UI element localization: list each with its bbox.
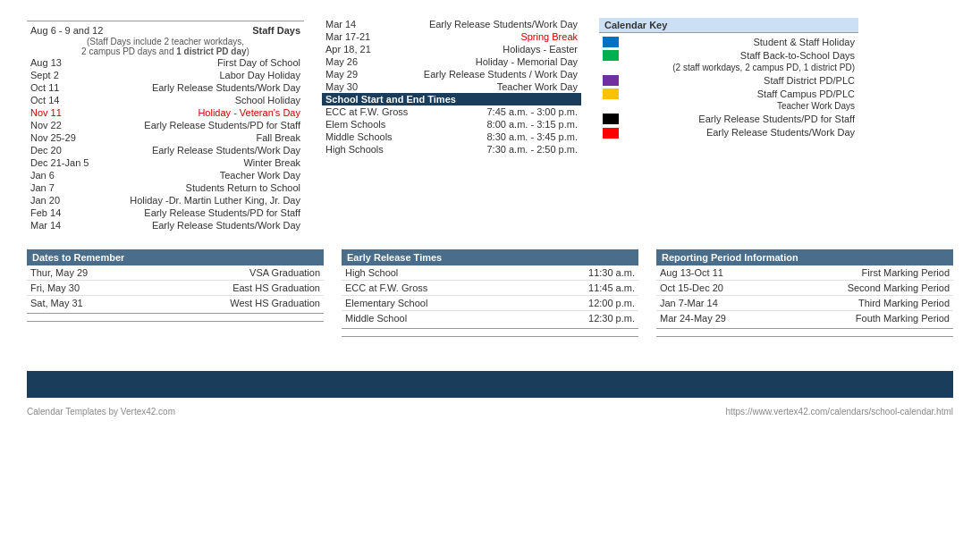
early-row: High School11:30 a.m.	[342, 265, 638, 281]
footer-text: Calendar Templates by Vertex42.com https…	[0, 402, 980, 421]
left-cal-event: Early Release Students/Work Day	[113, 81, 304, 94]
left-cal-row: Aug 13First Day of School	[27, 56, 304, 69]
mid-cal-event: Spring Break	[415, 30, 581, 43]
key-row: Student & Staff Holiday	[599, 35, 858, 48]
key-label: Student & Staff Holiday	[622, 35, 858, 48]
left-cal-event: Early Release Students/PD for Staff	[113, 206, 304, 219]
left-cal-row: 2 campus PD days and 1 district PD day)	[27, 46, 304, 56]
early-release-box: Early Release Times High School11:30 a.m…	[342, 249, 638, 340]
left-cal-row: Mar 14Early Release Students/Work Day	[27, 219, 304, 232]
key-row: Staff District PD/PLC	[599, 73, 858, 87]
early-time: 11:45 a.m.	[528, 281, 638, 296]
left-cal-event: Holiday -Dr. Martin Luther King, Jr. Day	[113, 194, 304, 206]
school-time-row: ECC at F.W. Gross7:45 a.m. - 3:00 p.m.	[322, 105, 581, 118]
reporting-label: Second Marking Period	[775, 281, 953, 296]
left-cal-row: Sept 2Labor Day Holiday	[27, 69, 304, 81]
key-color-cell	[599, 100, 622, 112]
mid-cal-date: Apr 18, 21	[322, 43, 415, 55]
key-color-box	[603, 114, 619, 124]
key-label: Staff District PD/PLC	[622, 73, 858, 87]
left-cal-date: Nov 22	[27, 119, 113, 131]
mid-calendar: Mar 14Early Release Students/Work DayMar…	[322, 18, 581, 232]
left-cal-event: School Holiday	[113, 94, 304, 106]
key-color-box	[603, 88, 619, 99]
dates-row: Sat, May 31West HS Graduation	[27, 296, 324, 311]
mid-cal-row: Apr 18, 21Holidays - Easter	[322, 43, 581, 55]
early-time: 12:00 p.m.	[528, 296, 638, 311]
left-cal-row: Jan 7Students Return to School	[27, 181, 304, 194]
school-time-row: High Schools7:30 a.m. - 2:50 p.m.	[322, 143, 581, 156]
left-cal-row: Feb 14Early Release Students/PD for Staf…	[27, 206, 304, 219]
left-cal-date: Oct 11	[27, 81, 113, 94]
mid-cal-row: Mar 14Early Release Students/Work Day	[322, 18, 581, 30]
key-color-box	[603, 75, 619, 86]
left-cal-event: Early Release Students/PD for Staff	[113, 119, 304, 131]
calendar-key-header: Calendar Key	[599, 18, 858, 33]
footer-bar	[27, 371, 953, 398]
calendar-key: Calendar Key Student & Staff HolidayStaf…	[599, 18, 858, 232]
left-cal-row: Jan 6Teacher Work Day	[27, 169, 304, 181]
key-label: Staff Campus PD/PLC	[622, 87, 858, 100]
bottom-section: Dates to Remember Thur, May 29VSA Gradua…	[27, 249, 953, 340]
left-cal-event: Labor Day Holiday	[113, 69, 304, 81]
left-cal-row: Oct 14School Holiday	[27, 94, 304, 106]
left-cal-event: Teacher Work Day	[113, 169, 304, 181]
key-label: Teacher Work Days	[622, 100, 858, 112]
key-label: (2 staff workdays, 2 campus PD, 1 distri…	[622, 62, 858, 73]
school-time-row: Elem Schools8:00 a.m. - 3:15 p.m.	[322, 118, 581, 131]
footer-left: Calendar Templates by Vertex42.com	[27, 407, 175, 417]
top-section: Aug 6 - 9 and 12Staff Days(Staff Days in…	[27, 18, 953, 232]
dates-date: Sat, May 31	[27, 296, 146, 311]
left-cal-date: Dec 20	[27, 144, 113, 156]
key-color-cell	[599, 112, 622, 125]
early-time: 11:30 a.m.	[528, 265, 638, 281]
mid-cal-row: May 30Teacher Work Day	[322, 80, 581, 93]
school-name: Elem Schools	[322, 118, 415, 131]
reporting-row: Mar 24-May 29Fouth Marking Period	[656, 311, 953, 326]
key-label: Early Release Students/PD for Staff	[622, 112, 858, 125]
key-color-box	[603, 128, 619, 139]
key-color-cell	[599, 48, 622, 62]
mid-cal-date: May 29	[322, 68, 415, 80]
dates-header: Dates to Remember	[27, 249, 324, 265]
dates-event: VSA Graduation	[146, 265, 324, 281]
left-cal-row: Nov 11Holiday - Veteran's Day	[27, 106, 304, 119]
reporting-header: Reporting Period Information	[656, 249, 953, 265]
mid-cal-event: Early Release Students/Work Day	[415, 18, 581, 30]
key-label: Early Release Students/Work Day	[622, 125, 858, 139]
reporting-row: Aug 13-Oct 11First Marking Period	[656, 265, 953, 281]
dates-date: Thur, May 29	[27, 265, 146, 281]
reporting-box: Reporting Period Information Aug 13-Oct …	[656, 249, 953, 340]
key-color-cell	[599, 125, 622, 139]
school-time: 8:30 a.m. - 3:45 p.m.	[415, 131, 581, 143]
key-color-cell	[599, 87, 622, 100]
school-time: 7:45 a.m. - 3:00 p.m.	[415, 105, 581, 118]
mid-cal-event: Early Release Students / Work Day	[415, 68, 581, 80]
left-cal-event: Students Return to School	[113, 181, 304, 194]
left-cal-date: Dec 21-Jan 5	[27, 156, 113, 169]
reporting-label: Fouth Marking Period	[775, 311, 953, 326]
early-school: High School	[342, 265, 528, 281]
reporting-period: Jan 7-Mar 14	[656, 296, 775, 311]
school-time: 7:30 a.m. - 2:50 p.m.	[415, 143, 581, 156]
mid-cal-row: May 29Early Release Students / Work Day	[322, 68, 581, 80]
left-cal-date: Jan 20	[27, 194, 113, 206]
school-time: 8:00 a.m. - 3:15 p.m.	[415, 118, 581, 131]
reporting-row: Oct 15-Dec 20Second Marking Period	[656, 281, 953, 296]
key-color-box	[603, 50, 619, 61]
left-cal-row: Dec 21-Jan 5Winter Break	[27, 156, 304, 169]
school-times-header-row: School Start and End Times	[322, 93, 581, 105]
reporting-row: Jan 7-Mar 14Third Marking Period	[656, 296, 953, 311]
reporting-period: Aug 13-Oct 11	[656, 265, 775, 281]
mid-cal-row: May 26Holiday - Memorial Day	[322, 55, 581, 68]
school-name: Middle Schools	[322, 131, 415, 143]
key-row: Early Release Students/PD for Staff	[599, 112, 858, 125]
left-cal-event: Winter Break	[113, 156, 304, 169]
reporting-period: Mar 24-May 29	[656, 311, 775, 326]
mid-cal-date: May 30	[322, 80, 415, 93]
early-row: Middle School12:30 p.m.	[342, 311, 638, 326]
left-cal-date: Feb 14	[27, 206, 113, 219]
reporting-period: Oct 15-Dec 20	[656, 281, 775, 296]
footer-right: https://www.vertex42.com/calendars/schoo…	[725, 407, 953, 417]
left-cal-row: Dec 20Early Release Students/Work Day	[27, 144, 304, 156]
